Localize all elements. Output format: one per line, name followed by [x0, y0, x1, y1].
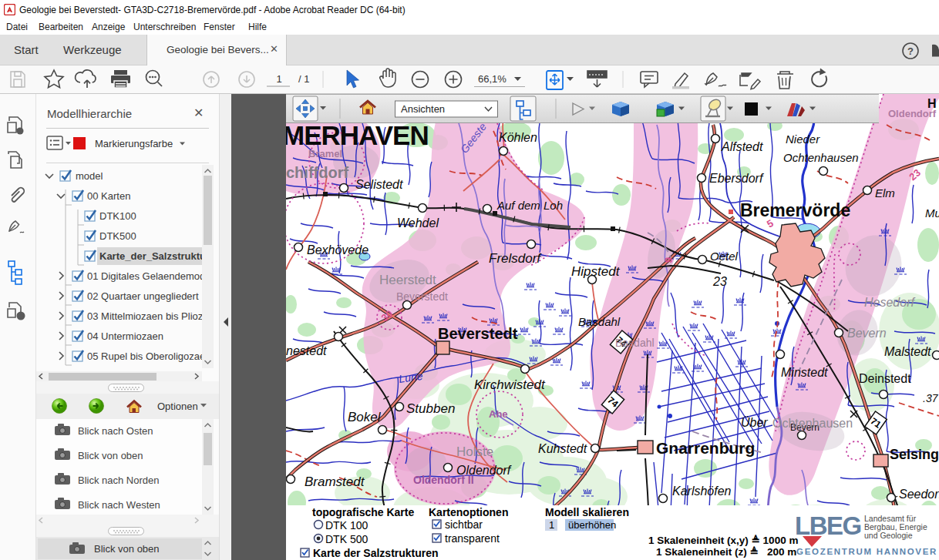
svg-text:Selsing: Selsing	[890, 447, 939, 462]
svg-text:Kartenoptionen: Kartenoptionen	[429, 506, 508, 518]
svg-text:Köhlen: Köhlen	[499, 131, 537, 144]
svg-text:Oldendorf II: Oldendorf II	[413, 474, 474, 486]
svg-text:00 Karten: 00 Karten	[87, 190, 130, 202]
svg-text:Selistedt: Selistedt	[355, 178, 403, 191]
svg-text:DTK100: DTK100	[99, 210, 136, 222]
svg-text:1: 1	[549, 519, 554, 531]
svg-text:03 Mittelmiozaen bis Pliozae: 03 Mittelmiozaen bis Pliozae	[87, 310, 202, 322]
svg-text:Ahe: Ahe	[489, 408, 508, 420]
svg-text:Bokel: Bokel	[348, 410, 382, 424]
svg-text:Karte_der_Salzstrukturen: Karte_der_Salzstrukturen	[99, 250, 202, 262]
svg-text:Über: Über	[741, 416, 768, 429]
svg-text:Bramel: Bramel	[308, 148, 342, 159]
svg-text:Kirchwistedt: Kirchwistedt	[474, 377, 546, 392]
svg-text:MERHAVEN: MERHAVEN	[286, 120, 429, 150]
svg-text:Elm: Elm	[875, 186, 895, 200]
svg-text:66,1%: 66,1%	[478, 73, 507, 85]
svg-text:Basdahl: Basdahl	[615, 337, 655, 349]
svg-text:Blick nach Osten: Blick nach Osten	[78, 425, 153, 437]
svg-text:Basdahl: Basdahl	[578, 315, 621, 328]
svg-text:1 Skaleneinheit (z) ≜ 200 m: 1 Skaleneinheit (z) ≜ 200 m	[656, 546, 796, 558]
svg-text:Karlshöfen: Karlshöfen	[672, 485, 732, 498]
svg-text:01 Digitales Gelaendemodell: 01 Digitales Gelaendemodell	[87, 270, 202, 282]
svg-text:Mu: Mu	[925, 206, 939, 220]
svg-text:02 Quartaer ungegliedert: 02 Quartaer ungegliedert	[87, 290, 199, 302]
svg-text:Karte der Salzstrukturen: Karte der Salzstrukturen	[313, 547, 439, 559]
svg-text:Kuhstedt: Kuhstedt	[538, 442, 587, 455]
svg-text:sichtbar: sichtbar	[445, 518, 483, 531]
svg-text:.37: .37	[923, 392, 939, 404]
svg-text:23: 23	[712, 275, 727, 288]
svg-text:Beverstedt: Beverstedt	[438, 325, 518, 342]
svg-text:04 Untermiozaen: 04 Untermiozaen	[87, 330, 163, 342]
svg-text:Heerstedt: Heerstedt	[379, 273, 436, 287]
svg-text:LBEG: LBEG	[795, 511, 861, 540]
svg-text:topografische Karte: topografische Karte	[312, 506, 414, 518]
svg-text:Optionen: Optionen	[157, 401, 198, 412]
svg-text:Blick nach Norden: Blick nach Norden	[78, 474, 160, 486]
svg-text:DTK 500: DTK 500	[325, 533, 368, 545]
svg-text:GEOZENTRUM HANNOVER: GEOZENTRUM HANNOVER	[796, 547, 937, 556]
svg-text:05 Rupel bis Oberoligozaen: 05 Rupel bis Oberoligozaen	[87, 350, 202, 362]
svg-text:Ochtenhausen: Ochtenhausen	[772, 417, 853, 430]
svg-text:Minstedt: Minstedt	[781, 366, 828, 379]
svg-text:1 Skaleneinheit (x,y) ≜ 1000 m: 1 Skaleneinheit (x,y) ≜ 1000 m	[648, 535, 798, 546]
svg-text:Oldendorf: Oldendorf	[888, 108, 937, 119]
svg-text:i: i	[20, 313, 22, 320]
svg-text:Seedorf: Seedorf	[899, 488, 939, 501]
svg-text:1: 1	[276, 73, 281, 85]
svg-text:Ebersdorf: Ebersdorf	[709, 172, 764, 185]
svg-text:Bexhövede: Bexhövede	[307, 243, 369, 257]
svg-text:Nieder: Nieder	[786, 132, 820, 146]
svg-text:Gnarrenburg: Gnarrenburg	[656, 439, 755, 457]
svg-text:Stubben: Stubben	[406, 401, 455, 416]
svg-text:Ochtenhausen: Ochtenhausen	[783, 151, 859, 164]
svg-text:überhöhen: überhöhen	[568, 519, 616, 531]
svg-text:Blick nach Westen: Blick nach Westen	[78, 499, 160, 511]
svg-text:nestedt: nestedt	[286, 344, 327, 357]
svg-text:Bramstedt: Bramstedt	[305, 474, 365, 489]
svg-text:Hipstedt: Hipstedt	[571, 264, 621, 279]
svg-text:?: ?	[907, 45, 914, 57]
svg-text:Malstedt: Malstedt	[884, 345, 931, 358]
svg-text:Alfstedt: Alfstedt	[721, 140, 763, 153]
svg-text:Frelsdorf: Frelsdorf	[489, 251, 542, 266]
svg-text:Markierungsfarbe: Markierungsfarbe	[95, 138, 173, 149]
svg-text:chiffdorf: chiffdorf	[286, 164, 348, 181]
svg-text:/ 1: / 1	[298, 73, 309, 85]
svg-text:DTK 100: DTK 100	[325, 519, 368, 531]
svg-text:Deinstedt: Deinstedt	[859, 372, 911, 385]
svg-text:und Geologie: und Geologie	[864, 531, 913, 540]
svg-text:Blick von oben: Blick von oben	[94, 543, 160, 555]
svg-text:DTK500: DTK500	[99, 230, 136, 242]
svg-text:Holste: Holste	[456, 444, 493, 459]
svg-text:Oetel: Oetel	[710, 250, 739, 263]
svg-text:Hesedorf: Hesedorf	[864, 296, 915, 309]
svg-text:Modell skalieren: Modell skalieren	[545, 506, 629, 518]
svg-text:Blick von oben: Blick von oben	[78, 450, 143, 461]
svg-text:Auf dem Loh: Auf dem Loh	[496, 199, 563, 212]
svg-text:Bevern: Bevern	[847, 327, 887, 340]
svg-text:Wehdel: Wehdel	[397, 216, 439, 230]
svg-text:Beverstedt: Beverstedt	[396, 290, 448, 303]
svg-text:Ansichten: Ansichten	[401, 103, 445, 115]
svg-text:model: model	[76, 170, 103, 182]
svg-text:Bremervörde: Bremervörde	[740, 200, 850, 220]
svg-text:transparent: transparent	[445, 532, 500, 545]
